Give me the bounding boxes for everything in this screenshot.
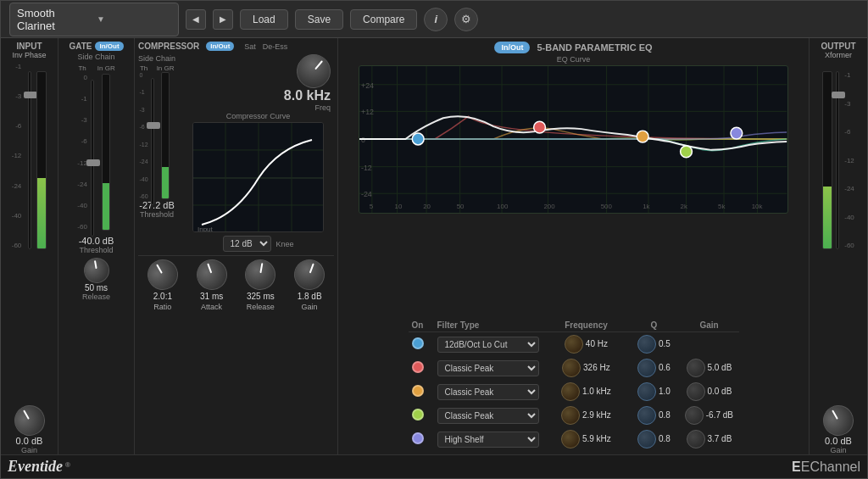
input-title: INPUT <box>17 42 42 51</box>
output-gain-knob[interactable] <box>817 399 859 441</box>
eq-q-value-2: 0.6 <box>656 363 670 372</box>
svg-text:10k: 10k <box>752 203 763 210</box>
comp-ratio-knob[interactable] <box>142 253 183 295</box>
output-fader-thumb[interactable] <box>832 92 845 98</box>
comp-toggle[interactable]: In/Out <box>206 42 234 51</box>
input-fader-thumb[interactable] <box>24 92 37 98</box>
gate-title: GATE <box>69 42 92 51</box>
comp-curve-area: 8.0 kHz Freq Compressor Curve <box>182 54 334 252</box>
output-fader-track <box>836 71 839 249</box>
eq-band-on-4[interactable] <box>412 409 424 421</box>
eq-q-value-5: 0.8 <box>656 434 670 443</box>
svg-text:10: 10 <box>395 203 403 210</box>
input-gain-knob[interactable] <box>8 399 50 441</box>
eq-q-value-1: 0.5 <box>656 339 670 348</box>
eq-filter-select-1[interactable]: 12dB/Oct Lo Cut <box>437 337 539 353</box>
save-button[interactable]: Save <box>295 9 343 30</box>
output-knob-area: 0.0 dB Gain <box>823 405 854 454</box>
gate-release-knob[interactable] <box>81 256 111 286</box>
comp-sat-label: Sat <box>244 42 256 51</box>
comp-deess-label: De-Ess <box>263 42 288 51</box>
comp-sidechain: Side Chain Th 0-1-3-6-12-24-40-60 <box>138 54 175 219</box>
svg-point-44 <box>731 127 743 139</box>
comp-attack-knob[interactable] <box>192 255 231 294</box>
echannel-product: EChannel <box>801 460 860 474</box>
gate-threshold-fader <box>91 80 94 237</box>
eq-title: 5-BAND PARAMETRIC EQ <box>537 42 652 53</box>
eq-freq-value-5: 5.9 kHz <box>580 434 611 443</box>
eq-q-knob-1[interactable] <box>637 335 656 354</box>
svg-text:Input: Input <box>198 226 214 232</box>
eq-band-on-3[interactable] <box>412 385 424 397</box>
eq-freq-value-2: 326 Hz <box>581 363 609 372</box>
settings-button[interactable]: ⚙ <box>454 8 478 31</box>
eq-gain-knob-3[interactable] <box>687 382 705 401</box>
comp-fader-area: Th 0-1-3-6-12-24-40-60 In GR <box>140 64 175 200</box>
info-button[interactable]: i <box>424 8 448 31</box>
preset-selector[interactable]: Smooth Clarinet ▼ <box>9 3 179 36</box>
eq-gain-knob-2[interactable] <box>687 359 705 377</box>
prev-preset-button[interactable]: ◀ <box>186 9 206 30</box>
load-button[interactable]: Load <box>240 9 288 30</box>
eq-freq-knob-4[interactable] <box>561 406 580 425</box>
echannel-logo: EEChannel <box>792 460 860 475</box>
eq-gain-knob-4[interactable] <box>685 406 704 425</box>
output-vu-fill <box>823 187 832 248</box>
input-gain-label: Gain <box>21 446 37 454</box>
eq-filter-select-2[interactable]: Classic Peak <box>437 360 539 376</box>
eq-gain-knob-5[interactable] <box>687 430 705 448</box>
comp-release-knob-container: 325 ms Release <box>245 259 275 311</box>
svg-text:2k: 2k <box>681 203 687 210</box>
col-freq: Frequency <box>544 319 629 332</box>
eq-freq-knob-5[interactable] <box>561 430 580 448</box>
comp-header-row: COMPRESSOR In/Out Sat De-Ess <box>138 42 334 51</box>
gate-toggle[interactable]: In/Out <box>95 42 123 51</box>
comp-threshold-thumb[interactable] <box>147 122 160 129</box>
svg-text:1k: 1k <box>643 203 650 210</box>
input-vu-fill <box>37 178 46 248</box>
eq-q-value-3: 1.0 <box>656 387 670 396</box>
gate-threshold-thumb[interactable] <box>86 159 100 166</box>
eq-freq-knob-3[interactable] <box>561 382 580 401</box>
output-section: OUTPUT Xformer -1 -3 -6 <box>810 38 867 454</box>
comp-freq-area: 8.0 kHz Freq <box>182 54 334 112</box>
comp-gain-value: 1.8 dB <box>298 292 322 301</box>
gate-threshold-value: -40.0 dB <box>79 236 114 246</box>
eq-curve-label: EQ Curve <box>359 55 787 64</box>
eq-freq-knob-1[interactable] <box>565 335 583 354</box>
comp-attack-value: 31 ms <box>200 292 223 301</box>
preset-name: Smooth Clarinet <box>17 7 92 32</box>
eq-section: In/Out 5-BAND PARAMETRIC EQ EQ Curve <box>338 38 810 454</box>
svg-text:5k: 5k <box>719 203 726 210</box>
svg-text:-24: -24 <box>361 190 372 198</box>
eq-gain-value-2: 5.0 dB <box>705 363 732 372</box>
eq-band-on-2[interactable] <box>412 361 424 373</box>
eq-filter-select-4[interactable]: Classic Peak <box>437 408 539 424</box>
eq-band-row-1: 12dB/Oct Lo Cut 40 Hz 0.5 <box>409 332 739 357</box>
comp-gain-knob[interactable] <box>290 255 329 294</box>
eq-band-on-1[interactable] <box>412 337 424 349</box>
gate-release-value: 50 ms <box>85 283 108 292</box>
logo-bar: Eventide ® EEChannel <box>1 454 867 478</box>
eq-freq-knob-2[interactable] <box>562 359 581 377</box>
svg-point-41 <box>534 121 546 133</box>
eq-filter-select-3[interactable]: Classic Peak <box>437 384 539 400</box>
comp-release-value: 325 ms <box>247 292 275 301</box>
eq-q-knob-4[interactable] <box>637 406 656 425</box>
eq-toggle[interactable]: In/Out <box>494 42 530 53</box>
col-on: On <box>409 319 434 332</box>
eq-q-knob-2[interactable] <box>637 359 656 377</box>
comp-release-knob[interactable] <box>243 257 279 292</box>
preset-arrow: ▼ <box>97 14 171 24</box>
eq-q-knob-3[interactable] <box>637 382 656 401</box>
gate-gr-meter <box>102 74 110 231</box>
svg-text:500: 500 <box>601 203 613 210</box>
eq-band-on-5[interactable] <box>412 432 424 444</box>
eq-filter-select-5[interactable]: High Shelf <box>437 432 539 448</box>
eq-q-knob-5[interactable] <box>637 430 656 448</box>
next-preset-button[interactable]: ▶ <box>213 9 233 30</box>
output-subtitle: Xformer <box>825 51 852 59</box>
compare-button[interactable]: Compare <box>350 9 417 30</box>
eq-band-table: On Filter Type Frequency Q Gain 12dB/Oct… <box>409 319 739 451</box>
knee-select[interactable]: 12 dB 6 dB Hard <box>223 236 271 252</box>
